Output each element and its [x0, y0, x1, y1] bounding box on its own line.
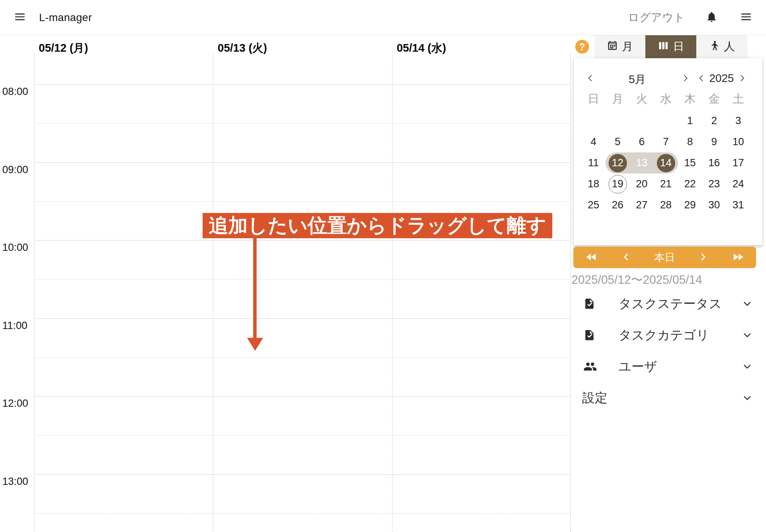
- minical-day[interactable]: 17: [726, 152, 750, 174]
- minical-day[interactable]: 2: [702, 110, 726, 131]
- mini-calendar: 5月 2025 日月火水木金土 123456789101112131415161…: [574, 58, 762, 245]
- grid-line-hour: [34, 240, 571, 241]
- prev-month-button[interactable]: [584, 73, 596, 84]
- bell-icon: [705, 11, 718, 24]
- minical-day[interactable]: 4: [581, 131, 606, 152]
- minical-day[interactable]: 24: [726, 174, 750, 195]
- chevron-down-icon: [741, 298, 753, 310]
- prev-year-button[interactable]: [696, 73, 707, 84]
- grid-line-half-hour: [34, 279, 571, 280]
- day-header: 05/12 (月): [39, 41, 88, 56]
- filter-row[interactable]: ユーザ: [571, 351, 766, 382]
- minical-day[interactable]: 9: [702, 131, 726, 152]
- next-year-button[interactable]: [737, 73, 748, 84]
- settings-label: 設定: [582, 390, 607, 407]
- filter-label: タスクカテゴリ: [619, 327, 709, 344]
- minical-day[interactable]: 21: [654, 174, 678, 195]
- person-icon: [709, 40, 720, 54]
- minical-empty-cell: [581, 110, 606, 131]
- minical-grid: 1234567891011121314151617181920212223242…: [581, 110, 762, 216]
- grid-line-day-boundary: [34, 54, 34, 532]
- prev-button[interactable]: [621, 252, 632, 264]
- task-check-icon: [583, 329, 597, 341]
- next-button[interactable]: [698, 252, 709, 264]
- notifications-button[interactable]: [705, 11, 718, 24]
- minical-day[interactable]: 13: [630, 152, 654, 174]
- minical-day[interactable]: 14: [654, 152, 678, 174]
- grid-line-hour: [34, 162, 571, 163]
- nav-menu-button[interactable]: [11, 9, 28, 26]
- fast-back-button[interactable]: [585, 250, 598, 265]
- minical-empty-cell: [606, 110, 630, 131]
- view-toggle-day-label: 日: [673, 39, 684, 54]
- help-button[interactable]: ?: [575, 40, 589, 54]
- minical-day[interactable]: 22: [678, 174, 702, 195]
- minical-empty-cell: [630, 110, 654, 131]
- filter-row[interactable]: タスクステータス: [571, 288, 766, 319]
- minical-empty-cell: [654, 110, 678, 131]
- minical-day[interactable]: 8: [678, 131, 702, 152]
- today-button[interactable]: 本日: [654, 250, 675, 264]
- minical-day[interactable]: 18: [581, 174, 606, 195]
- minical-day[interactable]: 12: [606, 152, 630, 174]
- minical-day[interactable]: 31: [726, 195, 750, 216]
- users-icon: [583, 360, 597, 373]
- minical-day[interactable]: 11: [581, 152, 606, 174]
- chevron-right-icon: [681, 73, 691, 84]
- next-month-button[interactable]: [680, 73, 691, 84]
- minical-day[interactable]: 20: [630, 174, 654, 195]
- menu-icon: [14, 11, 26, 24]
- minical-day[interactable]: 15: [678, 152, 702, 174]
- minical-day[interactable]: 16: [702, 152, 726, 174]
- chevron-down-icon: [741, 360, 753, 373]
- overflow-menu-button[interactable]: [738, 9, 755, 26]
- minical-header: 5月 2025: [574, 69, 762, 88]
- minical-day[interactable]: 7: [654, 131, 678, 152]
- date-nav-bar: 本日: [573, 247, 756, 268]
- minical-day[interactable]: 5: [606, 131, 630, 152]
- grid-line-hour: [34, 318, 571, 319]
- minical-weekdays: 日月火水木金土: [581, 90, 762, 107]
- minical-day[interactable]: 19: [606, 174, 630, 195]
- calendar-icon: [607, 40, 618, 54]
- grid-line-hour: [34, 474, 571, 475]
- month-label: 5月: [614, 72, 660, 87]
- fast-forward-icon: [732, 250, 745, 265]
- chevron-left-icon: [585, 73, 595, 84]
- view-toggle-month[interactable]: 月: [594, 35, 645, 58]
- minical-day[interactable]: 30: [702, 195, 726, 216]
- filter-list: タスクステータスタスクカテゴリユーザ: [571, 288, 766, 382]
- grid-line-hour: [34, 84, 571, 85]
- view-toggle-group: 月 日 人: [594, 35, 747, 58]
- grid-line-half-hour: [34, 201, 571, 202]
- filter-label: ユーザ: [619, 358, 657, 375]
- weekday-label: 金: [702, 90, 726, 107]
- weekday-label: 月: [606, 90, 630, 107]
- weekday-label: 火: [630, 90, 654, 107]
- minical-day[interactable]: 10: [726, 131, 750, 152]
- filter-row[interactable]: タスクカテゴリ: [571, 319, 766, 351]
- menu-icon: [740, 11, 752, 24]
- view-toggle-people[interactable]: 人: [696, 35, 747, 58]
- minical-day[interactable]: 6: [630, 131, 654, 152]
- minical-day[interactable]: 25: [581, 195, 606, 216]
- minical-day[interactable]: 26: [606, 195, 630, 216]
- minical-day[interactable]: 27: [630, 195, 654, 216]
- view-toggle-day[interactable]: 日: [645, 35, 696, 58]
- grid-line-half-hour: [34, 513, 571, 514]
- minical-day[interactable]: 23: [702, 174, 726, 195]
- logout-button[interactable]: ログアウト: [628, 10, 685, 25]
- fast-forward-button[interactable]: [732, 250, 745, 265]
- drag-hint-arrow: [253, 238, 257, 339]
- filter-label: タスクステータス: [619, 295, 722, 313]
- app-bar: L-manager ログアウト: [0, 0, 766, 35]
- filter-panel: タスクステータスタスクカテゴリユーザ 設定: [571, 288, 766, 414]
- minical-day[interactable]: 3: [726, 110, 750, 131]
- time-label: 08:00: [2, 86, 28, 98]
- time-label: 09:00: [2, 164, 28, 176]
- settings-row[interactable]: 設定: [571, 382, 766, 414]
- minical-day[interactable]: 28: [654, 195, 678, 216]
- minical-day[interactable]: 1: [678, 110, 702, 131]
- minical-day[interactable]: 29: [678, 195, 702, 216]
- day-header: 05/13 (火): [218, 41, 267, 56]
